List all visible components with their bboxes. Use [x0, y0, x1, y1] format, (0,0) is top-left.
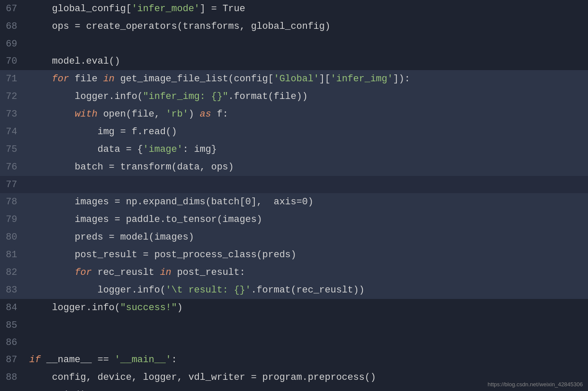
line-number-84: 84 — [0, 302, 26, 313]
line-content-82: for rec_reuslt in post_result: — [26, 265, 588, 280]
code-line-70: 70 model.eval() — [0, 52, 588, 70]
line-number-85: 85 — [0, 320, 26, 331]
code-line-87: 87 if __name__ == '__main__': — [0, 351, 588, 369]
line-number-70: 70 — [0, 56, 26, 67]
line-number-79: 79 — [0, 214, 26, 225]
line-content-70: model.eval() — [26, 53, 588, 69]
code-line-72: 72 logger.info("infer_img: {}".format(fi… — [0, 88, 588, 105]
line-content-83: logger.info('\t result: {}'.format(rec_r… — [26, 282, 588, 298]
line-number-78: 78 — [0, 197, 26, 207]
line-content-76: batch = transform(data, ops) — [26, 159, 588, 175]
code-line-76: 76 batch = transform(data, ops) — [0, 158, 588, 176]
line-content-86 — [26, 342, 588, 343]
code-line-74: 74 img = f.read() — [0, 123, 588, 141]
code-container: 67 global_config['infer_mode'] = True 68… — [0, 0, 588, 391]
line-content-73: with open(file, 'rb') as f: — [26, 106, 588, 122]
line-content-75: data = {'image': img} — [26, 142, 588, 157]
line-number-87: 87 — [0, 354, 26, 365]
line-number-80: 80 — [0, 232, 26, 243]
line-content-81: post_result = post_process_class(preds) — [26, 247, 588, 263]
code-line-80: 80 preds = model(images) — [0, 228, 588, 246]
line-number-82: 82 — [0, 267, 26, 278]
line-content-68: ops = create_operators(transforms, globa… — [26, 18, 588, 34]
line-number-72: 72 — [0, 91, 26, 102]
line-number-74: 74 — [0, 126, 26, 137]
watermark: https://blog.csdn.net/weixin_42845306 — [488, 381, 583, 388]
code-line-75: 75 data = {'image': img} — [0, 141, 588, 158]
line-number-75: 75 — [0, 144, 26, 155]
line-number-88: 88 — [0, 372, 26, 383]
line-number-86: 86 — [0, 337, 26, 348]
code-line-83: 83 logger.info('\t result: {}'.format(re… — [0, 281, 588, 299]
code-line-69: 69 — [0, 35, 588, 52]
line-number-69: 69 — [0, 39, 26, 49]
code-line-79: 79 images = paddle.to_tensor(images) — [0, 211, 588, 228]
line-content-71: for file in get_image_file_list(config['… — [26, 71, 588, 87]
code-line-81: 81 post_result = post_process_class(pred… — [0, 246, 588, 264]
line-number-77: 77 — [0, 179, 26, 190]
code-line-77: 77 — [0, 176, 588, 193]
code-line-84: 84 logger.info("success!") — [0, 299, 588, 317]
line-content-87: if __name__ == '__main__': — [26, 352, 588, 368]
line-content-80: preds = model(images) — [26, 229, 588, 245]
line-number-71: 71 — [0, 74, 26, 84]
code-line-67: 67 global_config['infer_mode'] = True — [0, 0, 588, 18]
line-number-67: 67 — [0, 3, 26, 14]
line-number-68: 68 — [0, 21, 26, 32]
line-number-81: 81 — [0, 249, 26, 260]
line-content-72: logger.info("infer_img: {}".format(file)… — [26, 89, 588, 105]
line-number-83: 83 — [0, 285, 26, 296]
line-content-79: images = paddle.to_tensor(images) — [26, 212, 588, 228]
code-line-86: 86 — [0, 334, 588, 351]
line-content-74: img = f.read() — [26, 124, 588, 140]
line-content-69 — [26, 43, 588, 45]
code-line-68: 68 ops = create_operators(transforms, gl… — [0, 18, 588, 35]
line-content-84: logger.info("success!") — [26, 300, 588, 316]
code-line-82: 82 for rec_reuslt in post_result: — [0, 264, 588, 281]
code-line-73: 73 with open(file, 'rb') as f: — [0, 105, 588, 123]
line-content-67: global_config['infer_mode'] = True — [26, 1, 588, 17]
code-line-85: 85 — [0, 317, 588, 334]
code-line-78: 78 images = np.expand_dims(batch[0], axi… — [0, 193, 588, 211]
line-content-85 — [26, 324, 588, 326]
line-content-89: main() — [26, 387, 588, 391]
line-number-73: 73 — [0, 109, 26, 120]
line-content-78: images = np.expand_dims(batch[0], axis=0… — [26, 194, 588, 210]
line-number-76: 76 — [0, 162, 26, 172]
line-content-77 — [26, 184, 588, 185]
code-line-71: 71 for file in get_image_file_list(confi… — [0, 70, 588, 88]
